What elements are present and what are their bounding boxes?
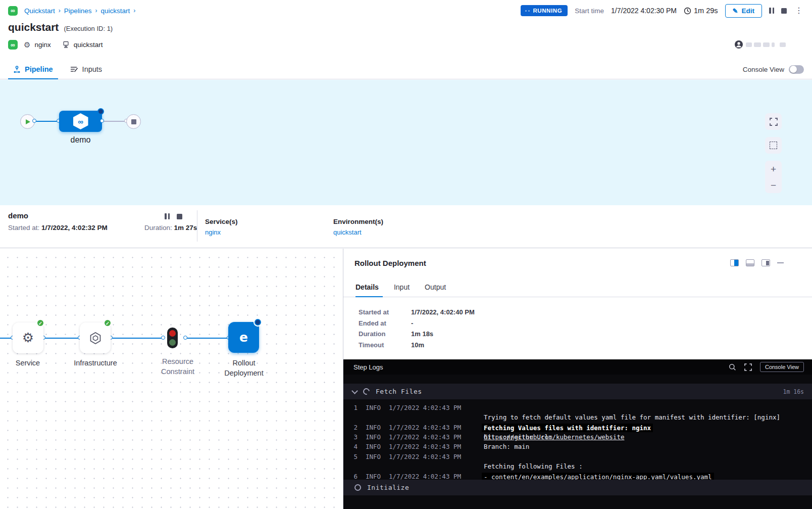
logs-header-controls: Console View [729, 362, 804, 372]
stage-detail-bar: demo Started at: 1/7/2022, 4:02:32 PM Du… [0, 205, 812, 248]
zoom-in-button[interactable]: + [771, 164, 776, 174]
log-level: INFO [366, 443, 381, 450]
edge-port [32, 119, 36, 123]
log-timestamp: 1/7/2022 4:02:43 PM [389, 433, 461, 441]
service-tag[interactable]: ⚙ nginx [24, 40, 51, 50]
title-row: quickstart (Execution ID: 1) [8, 21, 113, 33]
expand-logs-icon[interactable] [744, 363, 752, 371]
environments-label: Environment(s) [333, 218, 383, 225]
layout-split-view-icon[interactable] [730, 259, 739, 266]
service-gear-icon: ⚙ [22, 330, 34, 346]
edge-port [161, 336, 165, 340]
stage-started-at: Started at: 1/7/2022, 4:02:32 PM [8, 224, 108, 232]
tab-input[interactable]: Input [394, 280, 416, 297]
step-node-infrastructure[interactable] [80, 322, 111, 353]
breadcrumb-pipeline-name[interactable]: quickstart [101, 7, 130, 15]
search-icon[interactable] [729, 363, 736, 371]
stage-controls [165, 213, 182, 219]
stage-name: demo [8, 211, 28, 220]
breadcrumb-project[interactable]: Quickstart [24, 7, 55, 15]
tab-details[interactable]: Details [356, 280, 385, 297]
view-tabs: Pipeline Inputs Console View [0, 60, 812, 79]
log-line-number: 6 [349, 473, 358, 480]
avatar-icon [734, 40, 743, 49]
layout-bottom-view-icon[interactable] [746, 259, 754, 266]
end-node[interactable] [126, 114, 141, 129]
section-pending-icon [354, 484, 361, 491]
environment-link[interactable]: quickstart [333, 228, 383, 236]
log-line: Fetching following Files : [343, 462, 812, 472]
log-line: 4 INFO 1/7/2022 4:02:43 PM Branch: main [343, 443, 812, 452]
edit-label: Edit [742, 7, 755, 15]
label-line: Resource [147, 356, 209, 366]
breadcrumb-separator: › [133, 7, 135, 14]
tab-pipeline-label: Pipeline [25, 65, 53, 73]
environment-tag[interactable]: quickstart [62, 41, 103, 49]
execution-controls: RUNNING Start time 1/7/2022 4:02:30 PM 1… [521, 4, 804, 18]
log-level: INFO [366, 473, 381, 480]
stage-duration: Duration: 1m 27s [144, 224, 197, 232]
log-timestamp: 1/7/2022 4:02:43 PM [389, 453, 461, 460]
more-options-icon[interactable]: ⋮ [794, 7, 804, 15]
console-view-toggle[interactable] [789, 65, 804, 74]
avatar-row [734, 40, 786, 49]
service-link[interactable]: nginx [205, 228, 238, 236]
step-panel-tabs: Details Input Output [343, 280, 812, 297]
select-region-button[interactable] [765, 137, 782, 154]
fullscreen-button[interactable] [765, 113, 782, 130]
detail-row: Started at 1/7/2022, 4:02:40 PM [359, 308, 475, 316]
harness-logo-icon: ∞ [8, 6, 18, 16]
edge-port [100, 119, 104, 123]
pause-stage-icon[interactable] [165, 213, 170, 219]
console-view-control: Console View [743, 60, 804, 79]
stage-node-demo[interactable]: ∞ [59, 111, 102, 132]
step-logs-title: Step Logs [353, 363, 383, 371]
zoom-out-button[interactable]: − [771, 180, 776, 190]
log-section-initialize[interactable]: Initialize [343, 480, 812, 495]
infrastructure-icon [88, 331, 103, 345]
log-line-number: 2 [349, 424, 358, 431]
play-icon [26, 119, 30, 124]
execution-graph-canvas[interactable]: ∞ demo + − [0, 80, 812, 205]
stop-stage-icon[interactable] [177, 214, 182, 219]
elapsed-value: 1m 29s [694, 7, 718, 15]
detail-row: Duration 1m 18s [359, 330, 475, 338]
log-line: Trying to fetch default values yaml file… [343, 413, 812, 423]
console-view-label: Console View [743, 66, 784, 73]
console-view-button[interactable]: Console View [760, 362, 804, 372]
inputs-icon [70, 66, 78, 73]
tab-pipeline[interactable]: Pipeline [8, 60, 58, 79]
log-message-text: Git connector Url: [484, 433, 556, 441]
pause-execution-icon[interactable] [769, 8, 774, 14]
stop-execution-icon[interactable] [781, 8, 787, 14]
service-success-icon: ✓ [36, 319, 44, 327]
detail-value: 1m 18s [411, 330, 433, 338]
traffic-green-icon [169, 339, 176, 346]
rollout-deployment-icon: e [239, 330, 248, 345]
detail-value: 10m [411, 341, 424, 349]
edit-button[interactable]: ✎ Edit [725, 4, 762, 18]
breadcrumb-pipelines[interactable]: Pipelines [64, 7, 92, 15]
log-line-number: 3 [349, 433, 358, 441]
status-text: RUNNING [533, 8, 562, 14]
step-graph-canvas[interactable]: ⚙ ✓ Service ✓ Infrastructure Resource Co… [0, 249, 343, 509]
step-node-service[interactable]: ⚙ [13, 322, 43, 353]
log-line-number: 1 [349, 404, 358, 411]
top-bar: ∞ Quickstart › Pipelines › quickstart › … [0, 0, 812, 21]
log-section-fetch-files[interactable]: Fetch Files 1m 16s [343, 384, 812, 399]
stage-name-label: demo [59, 135, 102, 145]
started-at-label: Started at: [8, 224, 39, 232]
edge-demo-end [103, 121, 127, 122]
environment-tag-label: quickstart [74, 41, 103, 49]
minimize-panel-icon[interactable] [777, 262, 784, 264]
step-node-resource-constraint[interactable] [167, 328, 178, 348]
tab-output[interactable]: Output [425, 280, 452, 297]
step-node-rollout-deployment[interactable]: e [228, 322, 259, 353]
section-title: Initialize [367, 484, 409, 491]
log-line-number: 5 [349, 453, 358, 460]
layout-right-view-icon[interactable] [762, 259, 770, 266]
breadcrumb-separator: › [59, 7, 61, 14]
tab-inputs[interactable]: Inputs [65, 60, 108, 79]
step-details-panel: Rollout Deployment Details Input Output … [343, 249, 812, 509]
edge [43, 338, 80, 339]
